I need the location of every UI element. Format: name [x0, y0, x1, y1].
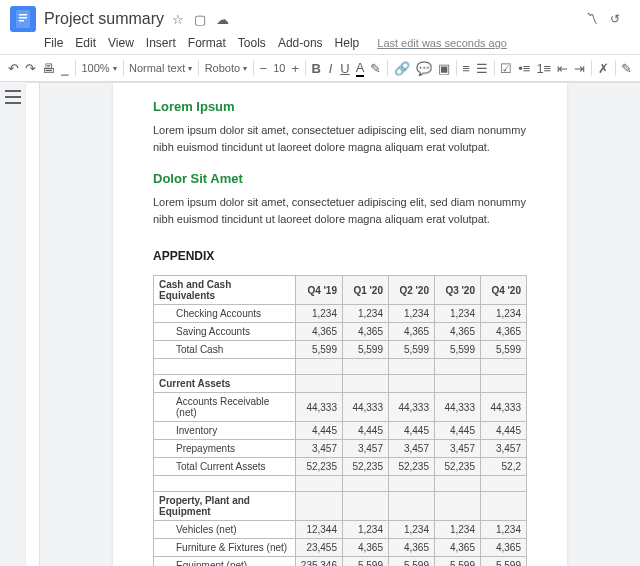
table-cell[interactable]: 5,599 [481, 557, 527, 567]
table-cell[interactable]: 4,365 [435, 539, 481, 557]
table-cell[interactable] [389, 492, 435, 521]
table-cell[interactable]: 4,365 [389, 323, 435, 341]
table-cell[interactable]: 4,365 [295, 323, 342, 341]
table-cell[interactable]: 3,457 [295, 440, 342, 458]
table-cell[interactable]: 4,445 [389, 422, 435, 440]
align-icon[interactable]: ≡ [462, 59, 470, 77]
table-cell[interactable]: 44,333 [295, 393, 342, 422]
table-cell[interactable]: 52,235 [295, 458, 342, 476]
table-cell[interactable]: 235,346 [295, 557, 342, 567]
table-cell[interactable]: 5,599 [343, 341, 389, 359]
table-cell[interactable]: 4,445 [295, 422, 342, 440]
print-icon[interactable]: 🖶 [42, 59, 55, 77]
table-cell[interactable]: 44,333 [343, 393, 389, 422]
zoom-select[interactable]: 100% [81, 62, 116, 74]
col-header[interactable]: Q2 '20 [389, 276, 435, 305]
numbered-list-icon[interactable]: 1≡ [536, 59, 551, 77]
col-header[interactable]: Q1 '20 [343, 276, 389, 305]
table-cell[interactable]: 4,445 [481, 422, 527, 440]
paragraph-1[interactable]: Lorem ipsum dolor sit amet, consectetuer… [153, 122, 527, 155]
trend-icon[interactable]: 〽 [586, 12, 598, 26]
table-cell[interactable]: 1,234 [435, 305, 481, 323]
image-icon[interactable]: ▣ [438, 59, 450, 77]
history-icon[interactable]: ↺ [610, 12, 620, 26]
table-cell[interactable] [481, 375, 527, 393]
row-label[interactable]: Saving Accounts [154, 323, 296, 341]
table-cell[interactable]: 4,365 [481, 539, 527, 557]
row-label[interactable]: Total Current Assets [154, 458, 296, 476]
row-label[interactable]: Checking Accounts [154, 305, 296, 323]
table-cell[interactable]: 5,599 [295, 341, 342, 359]
table-cell[interactable] [481, 476, 527, 492]
font-select[interactable]: Roboto [205, 62, 247, 74]
bulleted-list-icon[interactable]: •≡ [518, 59, 530, 77]
row-label[interactable]: Accounts Receivable (net) [154, 393, 296, 422]
table-cell[interactable] [481, 492, 527, 521]
table-cell[interactable]: 23,455 [295, 539, 342, 557]
heading-lorem[interactable]: Lorem Ipsum [153, 99, 527, 114]
document-page[interactable]: Lorem Ipsum Lorem ipsum dolor sit amet, … [113, 83, 567, 566]
menu-format[interactable]: Format [188, 36, 226, 50]
row-label[interactable]: Inventory [154, 422, 296, 440]
styles-select[interactable]: Normal text [129, 62, 192, 74]
table-cell[interactable] [389, 359, 435, 375]
document-title[interactable]: Project summary [44, 10, 164, 28]
table-cell[interactable]: 44,333 [481, 393, 527, 422]
table-cell[interactable]: 52,235 [343, 458, 389, 476]
table-cell[interactable]: 1,234 [295, 305, 342, 323]
menu-addons[interactable]: Add-ons [278, 36, 323, 50]
table-cell[interactable]: 4,365 [389, 539, 435, 557]
bold-button[interactable]: B [311, 59, 320, 77]
table-cell[interactable]: 3,457 [343, 440, 389, 458]
comment-icon[interactable]: 💬 [416, 59, 432, 77]
menu-insert[interactable]: Insert [146, 36, 176, 50]
table-cell[interactable]: 4,365 [435, 323, 481, 341]
table-cell[interactable] [389, 375, 435, 393]
table-cell[interactable]: 44,333 [435, 393, 481, 422]
table-cell[interactable]: 1,234 [435, 521, 481, 539]
menu-file[interactable]: File [44, 36, 63, 50]
col-header[interactable]: Q4 '19 [295, 276, 342, 305]
table-cell[interactable]: 4,445 [343, 422, 389, 440]
table-cell[interactable] [295, 359, 342, 375]
font-size-increase[interactable]: + [291, 59, 299, 77]
table-cell[interactable]: 1,234 [343, 521, 389, 539]
table-cell[interactable] [154, 476, 296, 492]
table-cell[interactable] [343, 492, 389, 521]
redo-icon[interactable]: ↷ [25, 59, 36, 77]
underline-button[interactable]: U [340, 59, 349, 77]
table-cell[interactable] [435, 359, 481, 375]
line-spacing-icon[interactable]: ☰ [476, 59, 488, 77]
col-header[interactable]: Q3 '20 [435, 276, 481, 305]
font-size-value[interactable]: 10 [273, 62, 285, 74]
menu-edit[interactable]: Edit [75, 36, 96, 50]
text-color-button[interactable]: A [356, 59, 365, 77]
heading-dolor[interactable]: Dolor Sit Amet [153, 171, 527, 186]
row-label[interactable]: Total Cash [154, 341, 296, 359]
table-cell[interactable] [435, 476, 481, 492]
table-cell[interactable]: 3,457 [389, 440, 435, 458]
table-cell[interactable]: 5,599 [389, 341, 435, 359]
menu-view[interactable]: View [108, 36, 134, 50]
vertical-ruler[interactable] [26, 83, 40, 566]
checklist-icon[interactable]: ☑ [500, 59, 512, 77]
font-size-decrease[interactable]: − [260, 59, 268, 77]
table-cell[interactable]: 4,445 [435, 422, 481, 440]
table-cell[interactable]: 5,599 [481, 341, 527, 359]
table-cell[interactable]: 1,234 [481, 305, 527, 323]
section-header[interactable]: Cash and Cash Equivalents [154, 276, 296, 305]
table-cell[interactable]: 1,234 [481, 521, 527, 539]
table-cell[interactable] [481, 359, 527, 375]
table-cell[interactable]: 5,599 [435, 557, 481, 567]
row-label[interactable]: Furniture & Fixtures (net) [154, 539, 296, 557]
table-cell[interactable]: 44,333 [389, 393, 435, 422]
table-cell[interactable] [154, 359, 296, 375]
indent-increase-icon[interactable]: ⇥ [574, 59, 585, 77]
table-cell[interactable]: 5,599 [389, 557, 435, 567]
menu-help[interactable]: Help [335, 36, 360, 50]
highlight-icon[interactable]: ✎ [370, 59, 381, 77]
table-cell[interactable]: 5,599 [343, 557, 389, 567]
star-icon[interactable]: ☆ [172, 12, 184, 27]
table-cell[interactable] [295, 492, 342, 521]
table-cell[interactable] [389, 476, 435, 492]
